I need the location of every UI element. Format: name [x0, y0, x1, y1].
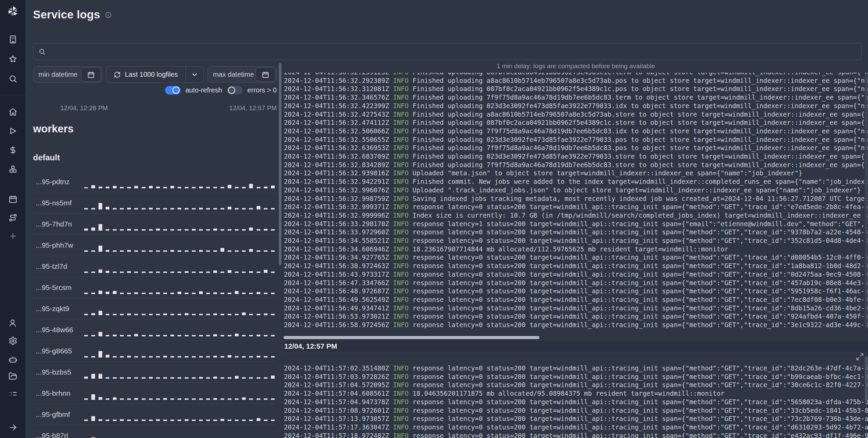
worker-row[interactable]: ...95-7hd7n — [33, 214, 277, 235]
sidebar-search-icon[interactable] — [9, 74, 17, 83]
log-line: 2024-12-04T11:56:32.834289Z INFO Finishe… — [284, 161, 868, 169]
usage-bar — [120, 208, 124, 209]
usage-bar — [220, 272, 224, 273]
auto-refresh-toggle[interactable] — [165, 86, 181, 94]
logfiles-chevron-button[interactable] — [185, 67, 203, 83]
worker-row[interactable]: ...95-zqkt9 — [33, 298, 277, 319]
log-message: 18.236167907714844 mb allocated/112.5976… — [409, 245, 728, 253]
section2-vertical-scrollbar-thumb[interactable] — [865, 356, 868, 403]
windmill-logo-icon[interactable] — [6, 5, 19, 18]
usage-bar — [120, 229, 124, 231]
time-range-labels: 12/04, 12:28 PM 12/04, 12:57 PM — [33, 104, 277, 112]
folders-icon[interactable] — [9, 372, 17, 381]
flows-route-icon[interactable] — [9, 213, 17, 222]
usage-bar — [192, 272, 196, 273]
usage-bar — [163, 420, 167, 421]
usage-bar — [264, 377, 268, 379]
log-timestamp: 2024-12-04T11:56:32.550655Z — [284, 136, 393, 143]
schedules-calendar-icon[interactable] — [9, 195, 17, 204]
worker-row[interactable]: ...95-48w66 — [33, 319, 277, 340]
logfiles-button[interactable]: Last 1000 logfiles — [106, 67, 185, 83]
log-line: 2024-12-04T11:57:04.572095Z INFO respons… — [284, 381, 868, 389]
favorites-star-icon[interactable] — [9, 55, 17, 63]
usage-bar — [192, 377, 196, 379]
workers-bot-icon[interactable] — [9, 355, 17, 364]
worker-row[interactable]: ...95-ns5mf — [33, 192, 277, 214]
add-plus-icon[interactable] — [9, 232, 17, 240]
usage-bar — [199, 208, 203, 209]
expand-icon[interactable] — [856, 353, 864, 361]
log-timestamp: 2024-12-04T11:56:34.558521Z — [284, 237, 393, 244]
resources-boxes-icon[interactable] — [9, 165, 17, 174]
runs-play-icon[interactable] — [9, 127, 17, 135]
max-datetime-input[interactable]: max datetime — [208, 66, 277, 83]
search-input[interactable] — [33, 43, 862, 60]
log-line: 2024-12-04T11:56:33.972960Z INFO respons… — [284, 228, 868, 236]
log-line: 2024-12-04T11:56:32.996076Z INFO Uploade… — [284, 186, 868, 194]
log-line: 2024-12-04T11:57:18.972482Z INFO respons… — [284, 432, 868, 438]
log-section-2[interactable]: 2024-12-04T11:57:02.351480Z INFO respons… — [284, 364, 868, 438]
log-timestamp: 2024-12-04T11:57:04.947378Z — [284, 398, 393, 406]
horizontal-scrollbar-thumb[interactable] — [284, 336, 539, 339]
worker-row[interactable]: ...95-pdtnz — [33, 171, 277, 192]
search-icon — [39, 48, 46, 55]
usage-bar — [120, 419, 124, 421]
usage-bar — [127, 187, 131, 188]
settings-gear-icon[interactable] — [9, 336, 17, 345]
log-timestamp: 2024-12-04T11:56:33.298170Z — [284, 220, 393, 228]
worker-row[interactable]: ...95-b87rl — [33, 425, 277, 438]
errors-toggle[interactable] — [227, 86, 243, 94]
usage-bar — [170, 314, 174, 315]
section1-vertical-scrollbar-thumb[interactable] — [865, 75, 868, 328]
worker-row[interactable]: ...95-gfbmf — [33, 404, 277, 425]
worker-row[interactable]: ...95-brhnn — [33, 383, 277, 404]
usage-bar — [149, 314, 153, 315]
min-datetime-calendar-button[interactable] — [81, 68, 101, 82]
log-line: 2024-12-04T11:56:32.346576Z INFO Finishe… — [284, 93, 868, 102]
worker-row[interactable]: ...95-phh7w — [33, 235, 277, 256]
min-datetime-input[interactable]: min datetime — [33, 66, 102, 83]
home-icon[interactable] — [9, 107, 17, 116]
worker-row[interactable]: ...95-bzbs5 — [33, 362, 277, 383]
usage-bar — [120, 250, 124, 252]
log-timestamp: 2024-12-04T11:56:32.292389Z — [284, 77, 393, 84]
usage-bar — [185, 356, 188, 357]
worker-row[interactable]: ...95-tzl7d — [33, 256, 277, 277]
usage-bar — [134, 272, 138, 273]
main-content: Service logs min datetime Last 1000 logf… — [26, 0, 868, 438]
usage-bar — [257, 356, 260, 357]
log-message: Finished uploading 087bf0c2aca04921bb096… — [409, 85, 868, 92]
workspace-building-icon[interactable] — [9, 35, 17, 44]
log-line: 2024-12-04T11:57:13.973057Z INFO respons… — [284, 414, 868, 423]
usage-bar — [113, 356, 117, 357]
log-message: response latency=0 status=200 target=win… — [409, 364, 868, 372]
usage-bar — [199, 272, 203, 273]
log-timestamp: 2024-12-04T11:57:04.608561Z — [284, 390, 393, 397]
log-timestamp: 2024-12-04T11:56:58.972456Z — [284, 321, 393, 328]
usage-bar — [185, 313, 188, 315]
log-section-1[interactable]: 2024-12-04T11:56:32.259123Z INFO Finishe… — [284, 73, 868, 336]
max-datetime-calendar-button[interactable] — [256, 68, 275, 82]
usage-bar — [235, 250, 239, 252]
usage-bar — [120, 314, 124, 315]
usage-bar — [170, 377, 174, 379]
user-icon[interactable] — [9, 319, 17, 327]
logfiles-dropdown[interactable]: Last 1000 logfiles — [106, 66, 204, 83]
log-timestamp: 2024-12-04T11:56:32.996076Z — [284, 186, 393, 194]
collapse-arrow-right-icon[interactable] — [9, 423, 17, 432]
usage-bar — [170, 398, 174, 400]
min-datetime-placeholder: min datetime — [39, 71, 78, 78]
logs-list-icon[interactable] — [9, 390, 17, 398]
log-level: INFO — [393, 178, 409, 185]
usage-bar — [228, 420, 231, 421]
usage-bar — [271, 293, 275, 294]
left-panel-scrollbar-thumb[interactable] — [279, 63, 281, 265]
worker-row[interactable]: ...95-g8665 — [33, 340, 277, 362]
info-icon[interactable] — [105, 11, 112, 18]
usage-bar — [213, 271, 217, 273]
log-message: Finished uploading 023d3e3092fe473d85fae… — [409, 152, 868, 160]
variables-dollar-icon[interactable] — [9, 146, 17, 155]
usage-bar — [206, 272, 210, 273]
usage-bar — [213, 377, 217, 379]
worker-row[interactable]: ...95-5rcsm — [33, 277, 277, 298]
